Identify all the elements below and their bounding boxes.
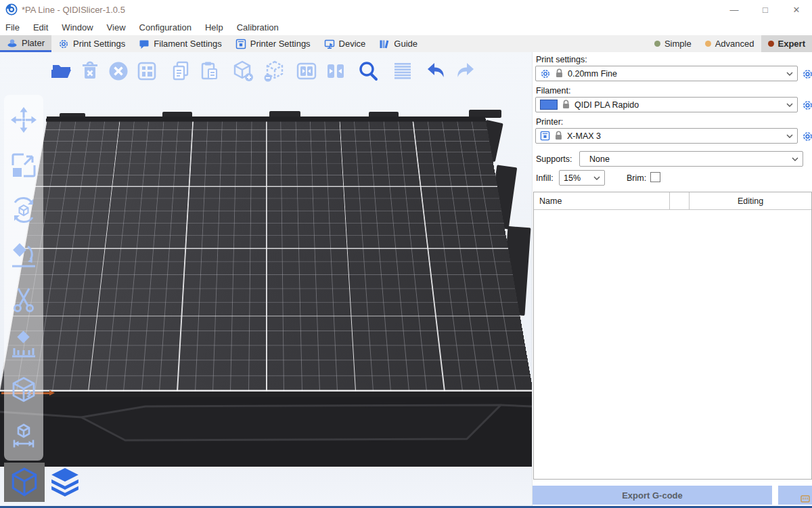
open-folder-icon — [50, 60, 73, 83]
seam-painting-tool-button[interactable] — [8, 375, 39, 406]
object-list-table[interactable]: Name Editing — [533, 192, 812, 480]
tab-device[interactable]: Device — [317, 35, 373, 52]
place-on-face-icon — [9, 240, 39, 270]
menu-file[interactable]: File — [0, 22, 26, 33]
filament-icon — [139, 39, 150, 49]
tab-print-settings[interactable]: Print Settings — [51, 35, 132, 52]
tabbar: Plater Print Settings Filament Settings … — [0, 35, 812, 52]
redo-button[interactable] — [452, 58, 478, 84]
filament-color-swatch — [540, 100, 558, 110]
cube-plus-icon — [231, 60, 254, 83]
menu-configuration[interactable]: Configuration — [133, 22, 198, 33]
tab-printer-settings[interactable]: Printer Settings — [229, 35, 317, 52]
export-gcode-button[interactable]: Export G-code — [533, 486, 772, 505]
printer-base — [0, 397, 532, 467]
advanced-dot-icon — [705, 41, 711, 47]
gear-icon — [58, 39, 69, 49]
settings-panel: Print settings: 0.20mm Fine Filament: QI… — [532, 52, 812, 506]
arrange-button[interactable] — [134, 58, 160, 84]
undo-button[interactable] — [424, 58, 449, 84]
menu-help[interactable]: Help — [198, 22, 230, 33]
remove-instance-button[interactable] — [261, 58, 287, 84]
redo-arrow-icon — [453, 60, 476, 83]
filament-combo[interactable]: QIDI PLA Rapido — [535, 97, 798, 112]
search-icon — [357, 60, 380, 83]
titlebar: *PA Line - QIDISlicer-1.0.5 — □ ✕ — [0, 0, 812, 19]
split-objects-button[interactable] — [294, 58, 319, 84]
brim-checkbox[interactable] — [650, 172, 660, 182]
tab-guide[interactable]: Guide — [372, 35, 424, 52]
delete-all-button[interactable] — [106, 58, 131, 84]
window-title: *PA Line - QIDISlicer-1.0.5 — [22, 5, 125, 15]
export-row: Export G-code — [533, 486, 812, 505]
supports-combo[interactable]: None — [579, 151, 803, 167]
paste-button[interactable] — [197, 58, 223, 84]
printer-label: Printer: — [536, 117, 563, 127]
add-instance-button[interactable] — [230, 58, 256, 84]
copy-button[interactable] — [168, 58, 194, 84]
print-bed[interactable] — [0, 117, 532, 391]
layers-icon — [49, 467, 81, 498]
supports-value: None — [584, 154, 610, 164]
filament-gear-button[interactable] — [801, 99, 812, 111]
printer-combo[interactable]: X-MAX 3 — [535, 128, 798, 144]
tab-label: Device — [339, 39, 366, 49]
minimize-icon[interactable]: — — [719, 0, 750, 19]
scale-icon — [9, 150, 39, 180]
lock-icon — [555, 68, 564, 79]
print-settings-gear-button[interactable] — [801, 68, 812, 80]
filament-value: QIDI PLA Rapido — [574, 100, 639, 110]
chevron-down-icon — [786, 103, 793, 107]
delete-button[interactable] — [77, 58, 103, 84]
filament-label: Filament: — [536, 86, 570, 96]
print-settings-label: Print settings: — [536, 55, 587, 64]
move-tool-button[interactable] — [8, 104, 39, 135]
lock-icon — [554, 131, 563, 141]
chevron-down-icon — [593, 176, 600, 180]
preview-view-button[interactable] — [45, 463, 85, 502]
tab-filament-settings[interactable]: Filament Settings — [132, 35, 228, 52]
menu-view[interactable]: View — [100, 22, 133, 33]
menu-edit[interactable]: Edit — [26, 22, 55, 33]
editing-column-header: Editing — [690, 192, 811, 209]
maximize-icon[interactable]: □ — [750, 0, 781, 19]
close-icon[interactable]: ✕ — [781, 0, 812, 19]
viewport-3d[interactable] — [0, 52, 532, 506]
expert-dot-icon — [768, 41, 774, 47]
cut-tool-button[interactable] — [8, 284, 39, 316]
editor-view-button[interactable] — [4, 463, 45, 502]
printer-icon — [540, 131, 550, 141]
mode-simple[interactable]: Simple — [648, 35, 698, 52]
name-column-header: Name — [534, 192, 670, 209]
scale-tool-button[interactable] — [8, 150, 39, 181]
copy-icon — [169, 60, 192, 83]
menu-window[interactable]: Window — [55, 22, 99, 33]
printer-value: X-MAX 3 — [567, 131, 601, 141]
mode-advanced[interactable]: Advanced — [698, 35, 761, 52]
variable-layer-height-button[interactable] — [390, 58, 415, 84]
search-button[interactable] — [355, 58, 381, 84]
split-parts-button[interactable] — [323, 58, 348, 84]
print-settings-value: 0.20mm Fine — [568, 69, 617, 79]
print-settings-combo[interactable]: 0.20mm Fine — [535, 66, 798, 81]
main-area: Print settings: 0.20mm Fine Filament: QI… — [0, 52, 812, 506]
simple-dot-icon — [654, 41, 660, 47]
paint-supports-tool-button[interactable] — [8, 330, 39, 361]
top-toolbar — [0, 58, 532, 85]
infill-label: Infill: — [536, 173, 554, 183]
place-on-face-tool-button[interactable] — [8, 240, 39, 271]
infill-combo[interactable]: 15% — [559, 170, 605, 186]
mode-label: Expert — [778, 39, 805, 49]
scissors-icon — [9, 285, 39, 315]
menu-calibration[interactable]: Calibration — [230, 22, 286, 33]
tab-plater[interactable]: Plater — [0, 35, 51, 52]
measure-tool-button[interactable] — [8, 420, 39, 451]
export-to-sd-button[interactable] — [778, 486, 812, 505]
rotate-tool-button[interactable] — [8, 194, 39, 226]
move-icon — [9, 105, 39, 135]
device-icon — [324, 39, 335, 49]
mode-expert[interactable]: Expert — [761, 35, 812, 52]
open-file-button[interactable] — [49, 58, 74, 84]
printer-gear-button[interactable] — [801, 130, 812, 142]
measure-icon — [9, 421, 39, 450]
